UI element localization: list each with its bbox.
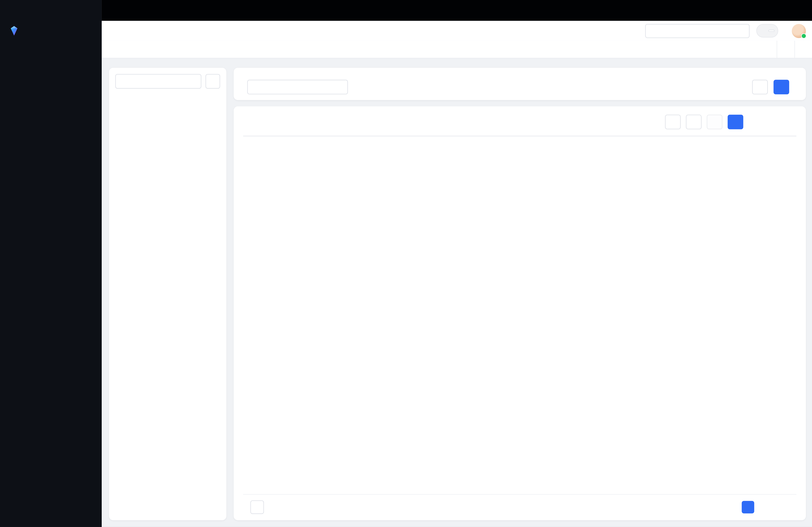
date-range-input[interactable] [247,80,348,94]
pagination [699,501,796,513]
app-window [0,0,812,527]
tab-options-button[interactable] [777,41,794,58]
tree-search-input[interactable] [115,74,201,89]
tree-refresh-button[interactable] [205,74,220,89]
add-button[interactable] [728,115,743,130]
global-search[interactable] [756,24,778,37]
app-logo [0,21,102,41]
refresh-table-button[interactable] [749,116,761,128]
filter-actions [752,80,797,94]
window-titlebar [102,0,812,21]
sidebar-toggle-button[interactable] [108,24,121,37]
search-button[interactable] [773,80,789,94]
page-size-select[interactable] [250,500,264,514]
sidebar [0,0,102,527]
tree-search-row [115,74,220,89]
sidebar-footer [0,508,102,527]
table-toolbar [665,115,796,130]
import-button[interactable] [686,115,701,130]
dept-tree-panel [109,68,226,520]
tab-bar [102,41,812,58]
prev-pages-button[interactable] [714,501,725,513]
delete-button[interactable] [707,115,722,130]
main-area [102,0,812,527]
current-page[interactable] [742,501,754,513]
refresh-page-button[interactable] [121,24,135,37]
content-area [102,58,812,527]
search-shortcut [768,30,774,32]
content-fullscreen-button[interactable] [794,41,812,58]
export-button[interactable] [665,115,681,130]
user-table-panel [234,106,806,520]
filter-row-2 [243,80,797,94]
last-page-button[interactable] [785,501,796,513]
filter-panel [234,68,806,100]
tenant-select[interactable] [645,24,750,37]
expand-table-button[interactable] [766,116,779,128]
filter-created-time [243,80,348,94]
main-column [234,68,806,520]
first-page-button[interactable] [699,501,711,513]
user-avatar[interactable] [792,24,806,37]
user-table [243,135,797,137]
next-pages-button[interactable] [771,501,782,513]
topbar-right [645,24,806,37]
topbar [102,21,812,41]
table-footer [243,494,797,514]
table-header [243,113,797,132]
next-page-button[interactable] [757,501,768,513]
tabbar-controls [777,41,812,58]
column-settings-button[interactable] [784,116,797,128]
logo-icon [8,25,20,36]
prev-page-button[interactable] [728,501,739,513]
sidebar-menu [0,41,102,508]
reset-button[interactable] [752,80,768,94]
